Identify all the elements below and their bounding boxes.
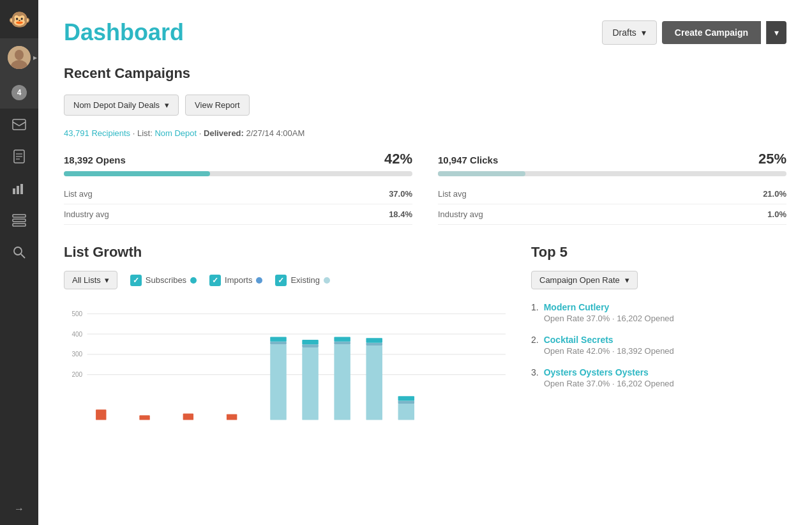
list-link[interactable]: Nom Depot bbox=[154, 128, 197, 138]
sidebar-item-reports[interactable] bbox=[0, 172, 38, 204]
opens-list-avg-val: 37.0% bbox=[389, 189, 412, 199]
clicks-list-avg-val: 21.0% bbox=[763, 189, 786, 199]
svg-rect-39 bbox=[366, 338, 382, 342]
existing-checkbox[interactable]: ✓ bbox=[275, 275, 287, 286]
campaign-meta: 43,791 Recipients · List: Nom Depot · De… bbox=[64, 128, 786, 138]
svg-line-15 bbox=[21, 254, 25, 258]
sidebar-logo: 🐵 bbox=[0, 0, 38, 38]
subscribes-filter[interactable]: ✓ Subscribes bbox=[130, 275, 197, 286]
svg-rect-40 bbox=[398, 404, 414, 420]
top5-section: Top 5 Campaign Open Rate ▾ 1. Modern Cut… bbox=[531, 244, 786, 430]
svg-rect-41 bbox=[398, 401, 414, 404]
chart-svg: 500 400 300 200 bbox=[64, 302, 506, 430]
top5-item-1-header: 1. Modern Cutlery bbox=[531, 302, 786, 312]
opens-list-avg: List avg 37.0% bbox=[64, 184, 412, 204]
svg-point-14 bbox=[14, 247, 22, 255]
sidebar-avatar[interactable]: ▶ bbox=[0, 38, 38, 77]
sidebar-item-lists[interactable] bbox=[0, 204, 38, 236]
view-report-button[interactable]: View Report bbox=[185, 95, 250, 116]
campaign-open-rate-chevron-icon: ▾ bbox=[625, 275, 629, 285]
opens-industry-avg-val: 18.4% bbox=[389, 209, 412, 219]
opens-pct: 42% bbox=[384, 151, 412, 167]
recipients-link[interactable]: 43,791 Recipients bbox=[64, 128, 130, 138]
subscribes-checkbox[interactable]: ✓ bbox=[130, 275, 142, 286]
svg-rect-37 bbox=[366, 346, 382, 420]
clicks-industry-avg-val: 1.0% bbox=[767, 209, 786, 219]
svg-rect-24 bbox=[96, 409, 106, 420]
svg-rect-9 bbox=[17, 186, 19, 194]
list-growth-chart: 500 400 300 200 bbox=[64, 302, 506, 430]
campaign-controls: Nom Depot Daily Deals ▾ View Report bbox=[64, 95, 786, 116]
campaign-open-rate-label: Campaign Open Rate bbox=[539, 275, 620, 285]
list-item: 2. Cocktail Secrets Open Rate 42.0% · 18… bbox=[531, 335, 786, 356]
badge-count: 4 bbox=[11, 85, 27, 100]
top5-meta-1: Open Rate 37.0% · 16,202 Opened bbox=[544, 314, 786, 323]
recipients-label: Recipients bbox=[91, 128, 130, 138]
clicks-industry-avg-label: Industry avg bbox=[438, 209, 483, 219]
sidebar-item-campaigns[interactable] bbox=[0, 109, 38, 141]
svg-text:300: 300 bbox=[71, 351, 82, 358]
create-campaign-label: Create Campaign bbox=[675, 27, 748, 38]
campaign-open-rate-button[interactable]: Campaign Open Rate ▾ bbox=[531, 271, 638, 289]
sidebar-item-search[interactable] bbox=[0, 236, 38, 268]
svg-rect-30 bbox=[270, 337, 286, 342]
recent-campaigns-title: Recent Campaigns bbox=[64, 65, 786, 82]
drafts-button[interactable]: Drafts ▾ bbox=[602, 20, 657, 45]
list-growth-title: List Growth bbox=[64, 244, 506, 261]
chart-controls: All Lists ▾ ✓ Subscribes ✓ Imports bbox=[64, 271, 506, 289]
imports-label: Imports bbox=[225, 275, 252, 285]
clicks-header: 10,947 Clicks 25% bbox=[438, 151, 786, 167]
clicks-stat: 10,947 Clicks 25% List avg 21.0% Industr… bbox=[438, 151, 786, 225]
avatar bbox=[8, 46, 31, 69]
svg-rect-11 bbox=[13, 215, 26, 217]
imports-filter[interactable]: ✓ Imports bbox=[209, 275, 262, 286]
campaign-name-button[interactable]: Nom Depot Daily Deals ▾ bbox=[64, 95, 179, 116]
create-campaign-button[interactable]: Create Campaign bbox=[662, 21, 761, 44]
subscribes-dot bbox=[190, 277, 197, 284]
recent-campaigns-section: Recent Campaigns Nom Depot Daily Deals ▾… bbox=[64, 65, 786, 225]
svg-text:500: 500 bbox=[71, 310, 82, 317]
delivered-label: Delivered: bbox=[204, 128, 244, 138]
sidebar-expand[interactable]: → bbox=[0, 493, 38, 525]
svg-text:400: 400 bbox=[71, 331, 82, 338]
opens-list-avg-label: List avg bbox=[64, 189, 93, 199]
clicks-list-avg: List avg 21.0% bbox=[438, 184, 786, 204]
svg-rect-34 bbox=[334, 344, 350, 420]
page-title: Dashboard bbox=[64, 19, 184, 46]
top5-rank-3: 3. bbox=[531, 367, 539, 377]
avatar-chevron-icon: ▶ bbox=[33, 55, 37, 61]
all-lists-chevron-icon: ▾ bbox=[105, 275, 109, 285]
drafts-label: Drafts bbox=[613, 27, 636, 38]
top5-name-1[interactable]: Modern Cutlery bbox=[544, 302, 610, 312]
subscribes-check-icon: ✓ bbox=[133, 276, 139, 285]
clicks-list-avg-label: List avg bbox=[438, 189, 467, 199]
all-lists-button[interactable]: All Lists ▾ bbox=[64, 271, 117, 289]
list-growth-section: List Growth All Lists ▾ ✓ Subscribes ✓ bbox=[64, 244, 506, 430]
clicks-industry-avg: Industry avg 1.0% bbox=[438, 204, 786, 225]
top5-item-3-header: 3. Oysters Oysters Oysters bbox=[531, 367, 786, 377]
clicks-pct: 25% bbox=[758, 151, 786, 167]
sidebar-badge[interactable]: 4 bbox=[0, 77, 38, 109]
opens-progress-fill bbox=[64, 171, 210, 176]
svg-rect-38 bbox=[366, 343, 382, 346]
top5-name-2[interactable]: Cocktail Secrets bbox=[544, 335, 613, 345]
top5-item-2-header: 2. Cocktail Secrets bbox=[531, 335, 786, 345]
svg-rect-32 bbox=[302, 344, 318, 347]
top5-name-3[interactable]: Oysters Oysters Oysters bbox=[544, 367, 649, 377]
subscribes-label: Subscribes bbox=[146, 275, 186, 285]
svg-rect-27 bbox=[227, 414, 237, 420]
opens-label: 18,392 Opens bbox=[64, 155, 126, 165]
header: Dashboard Drafts ▾ Create Campaign ▾ bbox=[64, 19, 786, 46]
opens-industry-avg-label: Industry avg bbox=[64, 209, 109, 219]
imports-checkbox[interactable]: ✓ bbox=[209, 275, 221, 286]
view-report-label: View Report bbox=[195, 100, 240, 110]
sidebar-item-templates[interactable] bbox=[0, 141, 38, 172]
create-campaign-dropdown-button[interactable]: ▾ bbox=[766, 21, 786, 44]
drafts-chevron-icon: ▾ bbox=[642, 27, 646, 38]
svg-point-1 bbox=[15, 50, 24, 60]
sidebar: 🐵 ▶ 4 bbox=[0, 0, 38, 525]
existing-filter[interactable]: ✓ Existing bbox=[275, 275, 330, 286]
svg-rect-33 bbox=[302, 340, 318, 344]
svg-rect-10 bbox=[20, 184, 23, 194]
list-name: Nom Depot bbox=[154, 128, 197, 138]
